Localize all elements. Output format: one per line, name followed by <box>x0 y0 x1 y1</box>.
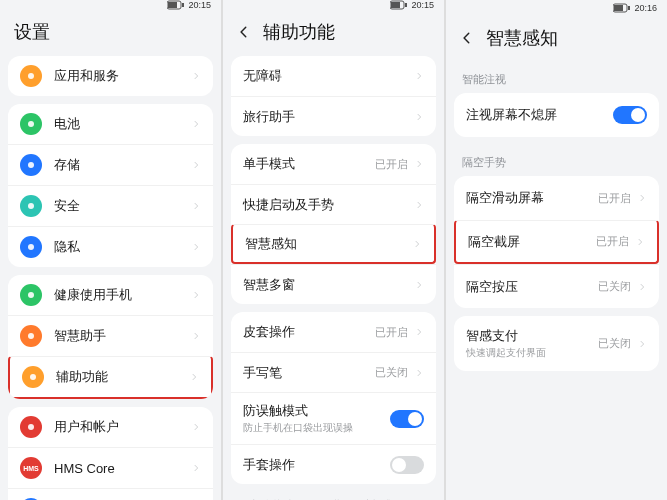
settings-row[interactable]: 存储 <box>8 144 213 185</box>
chevron-right-icon <box>191 119 201 129</box>
svg-rect-16 <box>405 3 407 7</box>
accessibility-row[interactable]: 手写笔已关闭 <box>231 352 436 392</box>
chevron-right-icon <box>414 71 424 81</box>
section-label-gaze: 智能注视 <box>446 62 667 93</box>
settings-row[interactable]: 安全 <box>8 185 213 226</box>
settings-row[interactable]: 应用和服务 <box>8 56 213 96</box>
settings-row[interactable]: 用户和帐户 <box>8 407 213 447</box>
row-label: 无障碍 <box>243 67 414 85</box>
air-gesture-row[interactable]: 隔空滑动屏幕已开启 <box>454 176 659 220</box>
svg-point-11 <box>28 424 34 430</box>
row-label: 存储 <box>54 156 191 174</box>
accessibility-row[interactable]: 单手模式已开启 <box>231 144 436 184</box>
row-status: 已关闭 <box>598 279 631 294</box>
chevron-right-icon <box>191 201 201 211</box>
row-label: 应用和服务 <box>54 67 191 85</box>
air-gesture-row[interactable]: 隔空按压已关闭 <box>454 264 659 308</box>
row-status: 已开启 <box>596 234 629 249</box>
svg-rect-2 <box>182 3 184 7</box>
row-label: 安全 <box>54 197 191 215</box>
chevron-right-icon <box>191 463 201 473</box>
accessibility-row[interactable]: 手套操作 <box>231 444 436 484</box>
row-sub: 快速调起支付界面 <box>466 346 598 360</box>
accessibility-row[interactable]: 智慧感知 <box>231 224 436 264</box>
settings-row[interactable]: 健康使用手机 <box>8 275 213 315</box>
row-label: 隐私 <box>54 238 191 256</box>
back-icon[interactable] <box>460 31 474 45</box>
settings-row[interactable]: 电池 <box>8 104 213 144</box>
row-label: 健康使用手机 <box>54 286 191 304</box>
row-label: 智感支付 <box>466 327 598 345</box>
row-status: 已开启 <box>375 157 408 172</box>
row-label: 注视屏幕不熄屏 <box>466 106 613 124</box>
battery-icon <box>390 0 408 10</box>
status-time: 20:16 <box>634 3 657 13</box>
chevron-right-icon <box>191 331 201 341</box>
row-label: 智慧助手 <box>54 327 191 345</box>
chevron-right-icon <box>637 282 647 292</box>
row-label: 快捷启动及手势 <box>243 196 414 214</box>
row-label: 用户和帐户 <box>54 418 191 436</box>
svg-point-10 <box>30 374 36 380</box>
row-status: 已关闭 <box>375 365 408 380</box>
row-status: 已关闭 <box>598 336 631 351</box>
row-label: 隔空截屏 <box>468 233 596 251</box>
settings-row[interactable]: 系统和更新 <box>8 488 213 500</box>
panel-accessibility: 20:15 辅助功能 无障碍旅行助手单手模式已开启快捷启动及手势智慧感知智慧多窗… <box>223 0 444 500</box>
svg-point-8 <box>28 292 34 298</box>
section-label-air: 隔空手势 <box>446 145 667 176</box>
back-icon[interactable] <box>237 25 251 39</box>
status-bar: 20:15 <box>223 0 444 10</box>
settings-row[interactable]: 隐私 <box>8 226 213 267</box>
row-smart-pay[interactable]: 智感支付 快速调起支付界面 已关闭 <box>454 316 659 371</box>
toggle-gaze[interactable] <box>613 106 647 124</box>
accessibility-row[interactable]: 无障碍 <box>231 56 436 96</box>
battery-icon <box>167 0 185 10</box>
row-status: 已开启 <box>375 325 408 340</box>
chevron-right-icon <box>191 422 201 432</box>
page-title: 辅助功能 <box>263 20 335 44</box>
row-icon <box>20 113 42 135</box>
page-title: 智慧感知 <box>486 26 558 50</box>
accessibility-row[interactable]: 智慧多窗 <box>231 264 436 304</box>
air-gesture-list: 隔空滑动屏幕已开启隔空截屏已开启隔空按压已关闭 <box>454 176 659 308</box>
svg-rect-1 <box>168 2 177 8</box>
toggle[interactable] <box>390 410 424 428</box>
row-label: 辅助功能 <box>56 368 189 386</box>
toggle[interactable] <box>390 456 424 474</box>
row-gaze-keep-on[interactable]: 注视屏幕不熄屏 <box>454 93 659 137</box>
row-icon <box>20 284 42 306</box>
row-status: 已开启 <box>598 191 631 206</box>
accessibility-row[interactable]: 旅行助手 <box>231 96 436 136</box>
chevron-right-icon <box>191 242 201 252</box>
status-bar: 20:15 <box>0 0 221 10</box>
chevron-right-icon <box>637 339 647 349</box>
chevron-right-icon <box>191 71 201 81</box>
svg-point-7 <box>28 244 34 250</box>
accessibility-row[interactable]: 皮套操作已开启 <box>231 312 436 352</box>
chevron-right-icon <box>635 237 645 247</box>
air-gesture-row[interactable]: 隔空截屏已开启 <box>454 220 659 264</box>
chevron-right-icon <box>412 239 422 249</box>
status-bar: 20:16 <box>446 0 667 16</box>
settings-row[interactable]: HMSHMS Core <box>8 447 213 488</box>
svg-rect-19 <box>628 6 630 10</box>
row-label: 防误触模式 <box>243 402 390 420</box>
row-label: 旅行助手 <box>243 108 414 126</box>
accessibility-row[interactable]: 防误触模式防止手机在口袋出现误操 <box>231 392 436 444</box>
row-icon <box>22 366 44 388</box>
row-icon <box>20 325 42 347</box>
row-label: 单手模式 <box>243 155 375 173</box>
row-icon: HMS <box>20 457 42 479</box>
svg-point-9 <box>28 333 34 339</box>
settings-row[interactable]: 智慧助手 <box>8 315 213 356</box>
row-label: 隔空按压 <box>466 278 598 296</box>
settings-row[interactable]: 辅助功能 <box>8 356 213 399</box>
chevron-right-icon <box>189 372 199 382</box>
settings-list: 应用和服务电池存储安全隐私健康使用手机智慧助手辅助功能用户和帐户HMSHMS C… <box>0 56 221 500</box>
svg-point-3 <box>28 73 34 79</box>
status-time: 20:15 <box>411 0 434 10</box>
row-label: HMS Core <box>54 461 191 476</box>
accessibility-row[interactable]: 快捷启动及手势 <box>231 184 436 224</box>
chevron-right-icon <box>414 112 424 122</box>
